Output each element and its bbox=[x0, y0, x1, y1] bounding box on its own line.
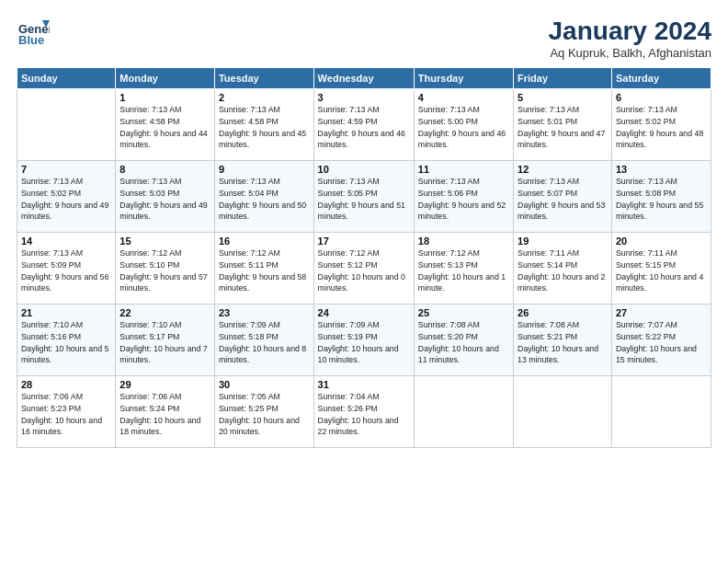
sunrise-text: Sunrise: 7:09 AM bbox=[318, 320, 380, 329]
sunrise-text: Sunrise: 7:07 AM bbox=[616, 320, 677, 329]
calendar-table: Sunday Monday Tuesday Wednesday Thursday… bbox=[17, 67, 711, 448]
day-info: Sunrise: 7:13 AM Sunset: 5:00 PM Dayligh… bbox=[418, 104, 509, 151]
sunset-text: Sunset: 5:20 PM bbox=[418, 332, 478, 341]
daylight-text: Daylight: 9 hours and 56 minutes. bbox=[21, 272, 108, 293]
day-number: 19 bbox=[518, 236, 608, 247]
sunset-text: Sunset: 5:09 PM bbox=[21, 260, 81, 270]
daylight-text: Daylight: 9 hours and 49 minutes. bbox=[119, 201, 207, 222]
daylight-text: Daylight: 10 hours and 8 minutes. bbox=[219, 344, 306, 365]
table-cell: 16 Sunrise: 7:12 AM Sunset: 5:11 PM Dayl… bbox=[214, 233, 313, 304]
day-info: Sunrise: 7:13 AM Sunset: 4:58 PM Dayligh… bbox=[219, 104, 310, 151]
day-number: 11 bbox=[418, 164, 509, 175]
sunrise-text: Sunrise: 7:13 AM bbox=[219, 105, 280, 114]
sunset-text: Sunset: 5:16 PM bbox=[21, 332, 81, 341]
sunrise-text: Sunrise: 7:12 AM bbox=[318, 248, 380, 258]
daylight-text: Daylight: 10 hours and 10 minutes. bbox=[318, 344, 399, 365]
day-info: Sunrise: 7:13 AM Sunset: 4:59 PM Dayligh… bbox=[318, 104, 410, 151]
day-number: 21 bbox=[21, 307, 111, 318]
table-cell: 29 Sunrise: 7:06 AM Sunset: 5:24 PM Dayl… bbox=[116, 376, 215, 448]
sunrise-text: Sunrise: 7:08 AM bbox=[418, 320, 480, 329]
sunset-text: Sunset: 5:19 PM bbox=[318, 332, 378, 341]
day-number: 24 bbox=[318, 307, 410, 318]
sunset-text: Sunset: 5:17 PM bbox=[119, 332, 179, 341]
day-info: Sunrise: 7:13 AM Sunset: 5:06 PM Dayligh… bbox=[418, 176, 509, 223]
sunrise-text: Sunrise: 7:13 AM bbox=[616, 105, 677, 114]
table-cell: 24 Sunrise: 7:09 AM Sunset: 5:19 PM Dayl… bbox=[313, 304, 414, 376]
daylight-text: Daylight: 10 hours and 13 minutes. bbox=[518, 344, 598, 365]
col-saturday: Saturday bbox=[611, 68, 711, 89]
sunset-text: Sunset: 4:58 PM bbox=[119, 117, 179, 126]
day-number: 12 bbox=[518, 164, 608, 175]
table-cell: 26 Sunrise: 7:08 AM Sunset: 5:21 PM Dayl… bbox=[514, 304, 612, 376]
day-number: 22 bbox=[119, 307, 210, 318]
header: General Blue January 2024 Aq Kupruk, Bal… bbox=[17, 17, 711, 60]
sunset-text: Sunset: 5:11 PM bbox=[219, 260, 279, 270]
sunrise-text: Sunrise: 7:12 AM bbox=[219, 248, 280, 258]
sunset-text: Sunset: 5:03 PM bbox=[119, 189, 179, 198]
sunrise-text: Sunrise: 7:11 AM bbox=[518, 248, 579, 258]
day-number: 14 bbox=[21, 236, 111, 247]
daylight-text: Daylight: 9 hours and 51 minutes. bbox=[318, 201, 405, 222]
table-cell bbox=[414, 376, 513, 448]
daylight-text: Daylight: 9 hours and 49 minutes. bbox=[21, 201, 108, 222]
day-number: 31 bbox=[318, 379, 410, 390]
day-info: Sunrise: 7:08 AM Sunset: 5:21 PM Dayligh… bbox=[518, 319, 608, 366]
daylight-text: Daylight: 10 hours and 4 minutes. bbox=[616, 272, 703, 293]
day-number: 6 bbox=[616, 92, 707, 103]
daylight-text: Daylight: 10 hours and 11 minutes. bbox=[418, 344, 499, 365]
sunset-text: Sunset: 5:24 PM bbox=[119, 404, 179, 413]
sunset-text: Sunset: 5:10 PM bbox=[119, 260, 179, 270]
sunrise-text: Sunrise: 7:11 AM bbox=[616, 248, 677, 258]
sunrise-text: Sunrise: 7:13 AM bbox=[21, 177, 83, 186]
daylight-text: Daylight: 9 hours and 47 minutes. bbox=[518, 129, 605, 150]
day-info: Sunrise: 7:13 AM Sunset: 5:07 PM Dayligh… bbox=[518, 176, 608, 223]
daylight-text: Daylight: 10 hours and 1 minute. bbox=[418, 272, 506, 293]
daylight-text: Daylight: 9 hours and 45 minutes. bbox=[219, 129, 306, 150]
table-cell: 28 Sunrise: 7:06 AM Sunset: 5:23 PM Dayl… bbox=[17, 376, 116, 448]
day-info: Sunrise: 7:13 AM Sunset: 5:08 PM Dayligh… bbox=[616, 176, 707, 223]
calendar-week-row: 28 Sunrise: 7:06 AM Sunset: 5:23 PM Dayl… bbox=[17, 376, 711, 448]
day-number: 28 bbox=[21, 379, 111, 390]
day-info: Sunrise: 7:12 AM Sunset: 5:13 PM Dayligh… bbox=[418, 247, 509, 294]
sunset-text: Sunset: 5:02 PM bbox=[21, 189, 81, 198]
day-info: Sunrise: 7:13 AM Sunset: 5:03 PM Dayligh… bbox=[119, 176, 210, 223]
col-tuesday: Tuesday bbox=[214, 68, 313, 89]
day-info: Sunrise: 7:11 AM Sunset: 5:14 PM Dayligh… bbox=[518, 247, 608, 294]
day-number: 13 bbox=[616, 164, 707, 175]
sunrise-text: Sunrise: 7:13 AM bbox=[318, 177, 380, 186]
svg-text:Blue: Blue bbox=[18, 33, 44, 47]
day-number: 1 bbox=[119, 92, 210, 103]
main-title: January 2024 bbox=[549, 17, 711, 46]
sunset-text: Sunset: 5:00 PM bbox=[418, 117, 478, 126]
daylight-text: Daylight: 10 hours and 7 minutes. bbox=[119, 344, 207, 365]
day-info: Sunrise: 7:09 AM Sunset: 5:19 PM Dayligh… bbox=[318, 319, 410, 366]
table-cell bbox=[17, 89, 116, 161]
sunset-text: Sunset: 5:08 PM bbox=[616, 189, 676, 198]
sunrise-text: Sunrise: 7:13 AM bbox=[616, 177, 677, 186]
sunrise-text: Sunrise: 7:12 AM bbox=[418, 248, 480, 258]
day-number: 2 bbox=[219, 92, 310, 103]
day-number: 18 bbox=[418, 236, 509, 247]
table-cell bbox=[611, 376, 711, 448]
table-cell: 30 Sunrise: 7:05 AM Sunset: 5:25 PM Dayl… bbox=[214, 376, 313, 448]
sunrise-text: Sunrise: 7:13 AM bbox=[21, 248, 83, 258]
daylight-text: Daylight: 9 hours and 46 minutes. bbox=[418, 129, 506, 150]
calendar-week-row: 14 Sunrise: 7:13 AM Sunset: 5:09 PM Dayl… bbox=[17, 233, 711, 304]
day-info: Sunrise: 7:13 AM Sunset: 5:02 PM Dayligh… bbox=[21, 176, 111, 223]
table-cell: 5 Sunrise: 7:13 AM Sunset: 5:01 PM Dayli… bbox=[514, 89, 612, 161]
sunrise-text: Sunrise: 7:13 AM bbox=[518, 177, 579, 186]
day-number: 9 bbox=[219, 164, 310, 175]
table-cell: 21 Sunrise: 7:10 AM Sunset: 5:16 PM Dayl… bbox=[17, 304, 116, 376]
day-number: 15 bbox=[119, 236, 210, 247]
table-cell: 6 Sunrise: 7:13 AM Sunset: 5:02 PM Dayli… bbox=[611, 89, 711, 161]
sunset-text: Sunset: 4:58 PM bbox=[219, 117, 279, 126]
sunset-text: Sunset: 5:15 PM bbox=[616, 260, 676, 270]
table-cell: 20 Sunrise: 7:11 AM Sunset: 5:15 PM Dayl… bbox=[611, 233, 711, 304]
day-info: Sunrise: 7:07 AM Sunset: 5:22 PM Dayligh… bbox=[616, 319, 707, 366]
sunset-text: Sunset: 5:12 PM bbox=[318, 260, 378, 270]
day-number: 17 bbox=[318, 236, 410, 247]
sunset-text: Sunset: 5:22 PM bbox=[616, 332, 676, 341]
sunrise-text: Sunrise: 7:13 AM bbox=[219, 177, 280, 186]
table-cell: 23 Sunrise: 7:09 AM Sunset: 5:18 PM Dayl… bbox=[214, 304, 313, 376]
day-number: 26 bbox=[518, 307, 608, 318]
